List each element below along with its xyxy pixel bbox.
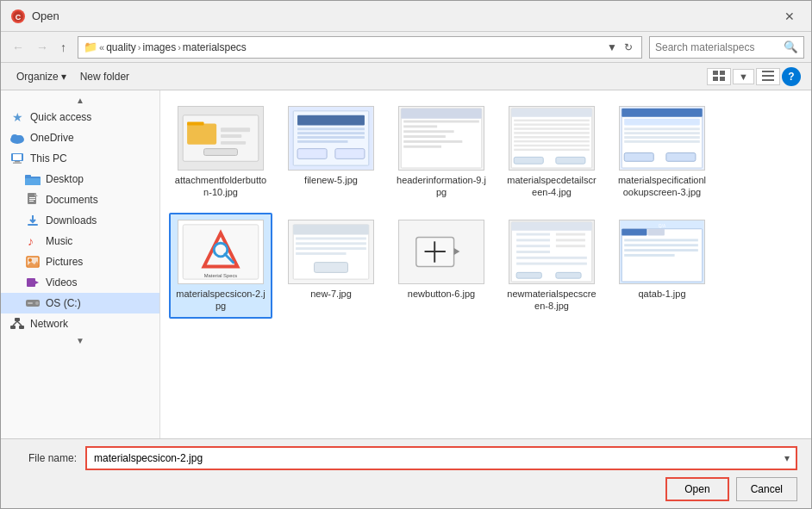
svg-rect-57 [335,149,365,159]
help-button[interactable]: ? [782,67,801,86]
scroll-down-button[interactable]: ▼ [1,334,159,347]
sidebar-item-desktop[interactable]: Desktop [1,169,159,189]
file-item-matlookup[interactable]: materialspecificationlookupscreen-3.jpg [610,99,714,206]
sidebar-item-music[interactable]: ♪ Music [1,231,159,251]
sidebar-item-documents[interactable]: Documents [1,189,159,210]
svg-rect-87 [624,140,700,143]
desktop-folder-icon [25,172,41,186]
sidebar-item-pictures[interactable]: Pictures [1,251,159,272]
svg-point-34 [35,301,39,305]
svg-rect-84 [624,127,700,130]
svg-rect-83 [624,119,700,126]
close-button[interactable]: ✕ [778,8,801,25]
star-icon: ★ [9,110,25,124]
dialog-title: Open [32,9,59,22]
sidebar-item-os-c[interactable]: OS (C:) [1,293,159,313]
svg-rect-24 [29,201,34,202]
svg-point-11 [16,135,23,142]
sidebar-item-quick-access[interactable]: ★ Quick access [1,107,159,127]
documents-icon [25,193,41,207]
file-name-9: newmaterialspecscreen-8.jpg [505,288,598,313]
buttons-row: Open Cancel [15,477,797,501]
large-icons-button[interactable] [707,68,731,85]
svg-rect-127 [624,239,698,241]
sidebar-item-onedrive[interactable]: OneDrive [1,127,159,148]
svg-rect-98 [293,224,369,234]
svg-rect-111 [511,222,591,231]
file-thumb-1 [178,106,264,171]
cancel-button[interactable]: Cancel [736,477,797,501]
file-item-matdetail[interactable]: materialspecdetailscreen-4.jpg [500,99,603,206]
svg-rect-43 [187,123,216,144]
up-button[interactable]: ↑ [56,38,71,57]
file-item-filenew[interactable]: filenew-5.jpg [279,99,383,206]
action-bar: Organize ▾ New folder ▼ [1,63,811,90]
view-dropdown-button[interactable]: ▼ [733,69,754,84]
svg-text:Q/A: Q/A [659,223,666,227]
sidebar-item-downloads[interactable]: Downloads [1,210,159,231]
file-name-2: filenew-5.jpg [304,174,358,186]
svg-text:C: C [16,13,22,22]
svg-rect-13 [13,154,22,160]
new-folder-button[interactable]: New folder [75,69,134,84]
file-item-headerinformation[interactable]: headerinformation-9.jpg [390,99,493,206]
file-name-5: materialspecificationlookupscreen-3.jpg [615,174,709,199]
file-item-attachmentfolderbutton[interactable]: attachmentfolderbutton-10.jpg [169,99,272,206]
file-item-newbutton[interactable]: newbutton-6.jpg [390,213,493,320]
file-item-newmat[interactable]: newmaterialspecscreen-8.jpg [500,213,603,320]
address-bar[interactable]: 📁 « quality › images › materialspecs ▼ ↻ [78,36,642,59]
refresh-button[interactable]: ↻ [621,40,636,55]
forward-button[interactable]: → [32,38,53,57]
svg-rect-88 [624,153,653,162]
file-name-6: materialspecsicon-2.jpg [174,288,267,313]
svg-rect-71 [514,123,590,125]
details-view-button[interactable] [756,68,780,85]
svg-rect-129 [624,249,698,251]
svg-rect-47 [221,141,246,145]
open-dialog: C Open ✕ ← → ↑ 📁 « quality › images › ma… [0,0,812,509]
address-dropdown-button[interactable]: ▼ [603,40,621,55]
svg-rect-63 [403,130,453,133]
search-button[interactable]: 🔍 [784,40,798,53]
filename-input[interactable] [85,446,797,470]
svg-rect-115 [556,239,585,241]
svg-rect-70 [514,120,590,121]
sidebar-item-videos[interactable]: Videos [1,272,159,293]
organize-arrow: ▾ [61,71,66,83]
file-name-8: newbutton-6.jpg [408,288,475,300]
file-item-maticon[interactable]: Material Specs materialspecsicon-2.jpg [169,213,272,320]
svg-rect-7 [762,75,774,77]
svg-rect-46 [221,134,241,138]
sidebar-item-label-onedrive: OneDrive [30,132,74,144]
svg-rect-36 [15,318,20,321]
svg-rect-51 [297,115,365,126]
svg-rect-45 [221,127,250,132]
back-button[interactable]: ← [8,38,28,57]
scroll-up-button[interactable]: ▲ [1,94,159,107]
address-parts: 📁 « quality › images › materialspecs [84,40,603,53]
search-bar[interactable]: 🔍 [649,36,804,59]
file-thumb-5 [619,106,705,171]
svg-rect-44 [187,122,203,126]
svg-rect-89 [666,153,696,162]
svg-rect-53 [297,132,365,134]
filename-dropdown-button[interactable]: ▾ [777,446,797,470]
sidebar-item-network[interactable]: Network [1,313,159,334]
open-button[interactable]: Open [665,477,728,501]
file-item-new[interactable]: new-7.jpg [279,213,383,320]
file-item-qatab[interactable]: Q/A qatab-1.jpg [610,213,714,320]
search-input[interactable] [655,41,784,53]
file-name-7: new-7.jpg [310,288,352,300]
svg-rect-69 [511,109,591,117]
file-thumb-10: Q/A [619,220,705,284]
svg-rect-118 [516,251,550,253]
organize-button[interactable]: Organize ▾ [11,69,72,84]
svg-rect-72 [514,127,590,129]
svg-rect-116 [516,245,550,247]
file-thumb-6: Material Specs [178,220,264,284]
sidebar-item-this-pc[interactable]: This PC [1,148,159,169]
svg-rect-122 [556,272,581,278]
file-thumb-7 [288,220,374,284]
svg-rect-99 [296,237,366,239]
svg-rect-2 [713,71,718,75]
